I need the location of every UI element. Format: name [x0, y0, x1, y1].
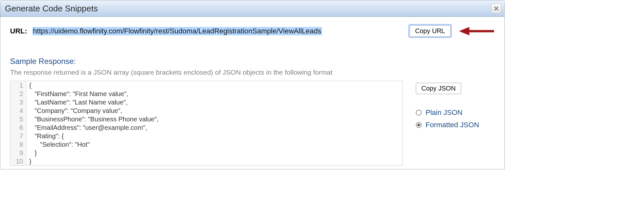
sample-response-title: Sample Response:: [10, 57, 495, 66]
json-code-box[interactable]: 1{ 2 "FirstName": "First Name value", 3 …: [10, 81, 403, 166]
side-column: Copy JSON Plain JSON Formatted JSON: [416, 81, 479, 133]
code-line: 1{: [10, 81, 402, 90]
dialog-titlebar: Generate Code Snippets: [0, 0, 504, 17]
main-row: 1{ 2 "FirstName": "First Name value", 3 …: [10, 81, 495, 166]
code-line: 6 "EmailAddress": "user@example.com",: [10, 123, 402, 132]
url-value[interactable]: https://uidemo.flowfinity.com/Flowfinity…: [32, 27, 322, 35]
url-label: URL:: [10, 27, 27, 35]
code-line: 5 "BusinessPhone": "Business Phone value…: [10, 115, 402, 123]
radio-plain-json[interactable]: Plain JSON: [416, 108, 479, 117]
sample-response-description: The response returned is a JSON array (s…: [10, 68, 495, 76]
copy-url-button[interactable]: Copy URL: [410, 25, 451, 37]
code-line: 8 "Selection": "Hot": [10, 140, 402, 149]
copy-json-button[interactable]: Copy JSON: [416, 83, 461, 94]
radio-formatted-json[interactable]: Formatted JSON: [416, 121, 479, 129]
radio-label: Formatted JSON: [426, 121, 479, 129]
callout-arrow-icon: [459, 26, 495, 36]
close-button[interactable]: [491, 4, 501, 13]
dialog-body: URL: https://uidemo.flowfinity.com/Flowf…: [0, 17, 504, 169]
radio-icon: [416, 110, 422, 116]
code-line: 4 "Company": "Company value",: [10, 106, 402, 115]
code-line: 10}: [10, 157, 402, 166]
generate-code-snippets-dialog: Generate Code Snippets URL: https://uide…: [0, 0, 505, 169]
svg-marker-3: [459, 27, 469, 35]
dialog-title: Generate Code Snippets: [5, 4, 98, 14]
code-line: 2 "FirstName": "First Name value",: [10, 90, 402, 98]
code-line: 7 "Rating": {: [10, 132, 402, 140]
code-line: 3 "LastName": "Last Name value",: [10, 98, 402, 106]
close-icon: [494, 6, 499, 11]
code-line: 9 }: [10, 149, 402, 157]
url-row: URL: https://uidemo.flowfinity.com/Flowf…: [10, 25, 495, 37]
radio-icon: [416, 122, 422, 128]
radio-label: Plain JSON: [426, 108, 463, 117]
